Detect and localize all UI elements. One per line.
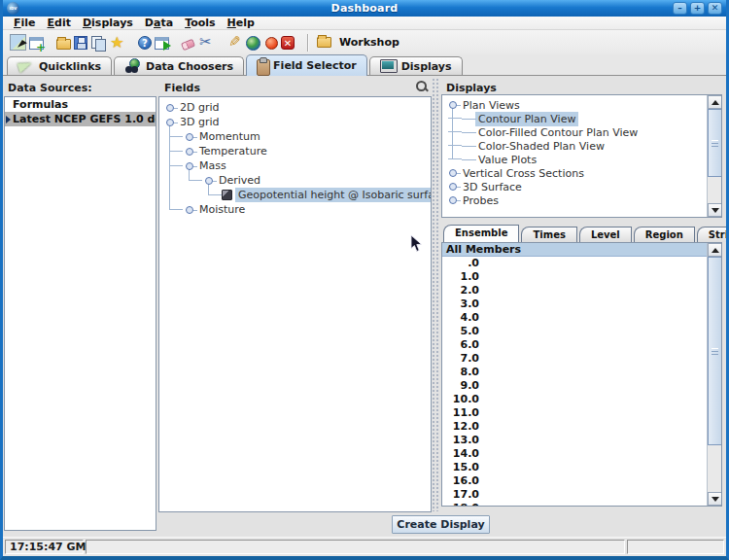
member-row[interactable]: 15.0 bbox=[442, 461, 707, 474]
minimize-button[interactable]: – bbox=[673, 2, 687, 15]
member-row[interactable]: 6.0 bbox=[442, 338, 707, 352]
tree-node-3d-surface[interactable]: 3D Surface bbox=[442, 180, 707, 193]
member-row[interactable]: 7.0 bbox=[442, 352, 707, 366]
data-chooser-icon[interactable] bbox=[155, 37, 169, 50]
tab-quicklinks[interactable]: Quicklinks bbox=[7, 56, 112, 75]
scroll-down-button[interactable] bbox=[708, 492, 722, 506]
tree-collapsed-handle[interactable] bbox=[183, 129, 196, 144]
tree-node-color-shaded-plan-view[interactable]: Color-Shaded Plan View bbox=[442, 139, 707, 153]
scroll-down-button[interactable] bbox=[708, 203, 722, 217]
record-icon[interactable] bbox=[265, 37, 278, 50]
tree-collapsed-handle[interactable] bbox=[446, 193, 460, 207]
menu-edit[interactable]: Edit bbox=[42, 17, 77, 29]
tree-node-2d-grid[interactable]: 2D grid bbox=[159, 100, 431, 115]
member-row[interactable]: 10.0 bbox=[442, 393, 707, 406]
member-row[interactable]: 3.0 bbox=[442, 298, 707, 311]
tree-node-contour-plan-view[interactable]: Contour Plan View bbox=[442, 112, 707, 125]
down-arrow-icon bbox=[712, 497, 719, 502]
favorites-star-icon[interactable]: ★ bbox=[109, 34, 125, 51]
stop-icon[interactable]: ✕ bbox=[281, 36, 295, 50]
tree-node-moisture[interactable]: Moisture bbox=[159, 202, 431, 217]
workshop-item[interactable]: Workshop bbox=[317, 36, 399, 49]
new-display-window-icon[interactable] bbox=[29, 37, 44, 50]
scroll-up-button[interactable] bbox=[708, 243, 722, 257]
member-row[interactable]: 14.0 bbox=[442, 447, 707, 461]
tree-expanded-handle[interactable] bbox=[202, 173, 216, 188]
subtab-times[interactable]: Times bbox=[521, 227, 576, 242]
erase-icon[interactable] bbox=[181, 38, 195, 50]
copy-icon[interactable] bbox=[90, 36, 106, 51]
scroll-up-button[interactable] bbox=[708, 95, 722, 109]
search-icon[interactable] bbox=[416, 81, 429, 93]
subtab-ensemble[interactable]: Ensemble bbox=[443, 225, 519, 242]
member-row[interactable]: 5.0 bbox=[442, 325, 707, 338]
scrollbar-thumb[interactable] bbox=[708, 109, 722, 177]
member-row[interactable]: 11.0 bbox=[442, 406, 707, 420]
cut-icon[interactable]: ✂ bbox=[197, 34, 214, 51]
tree-node-vertical-cross-sections[interactable]: Vertical Cross Sections bbox=[442, 166, 707, 180]
tree-expanded-handle[interactable] bbox=[183, 158, 196, 173]
member-list: All Members.01.02.03.04.05.06.07.08.09.0… bbox=[442, 243, 707, 506]
member-row[interactable]: 18.0 bbox=[442, 502, 707, 506]
member-row[interactable]: 1.0 bbox=[442, 270, 707, 284]
subtab-level[interactable]: Level bbox=[579, 227, 632, 242]
maximize-button[interactable]: + bbox=[690, 2, 705, 15]
menu-help[interactable]: Help bbox=[222, 17, 260, 29]
tree-node-geopotential-height-isobaric-surface[interactable]: Geopotential height @ Isobaric surface bbox=[159, 188, 431, 202]
save-icon[interactable] bbox=[74, 36, 87, 50]
menu-data[interactable]: Data bbox=[139, 17, 179, 29]
all-members-row[interactable]: All Members bbox=[442, 243, 707, 257]
tree-node-plan-views[interactable]: Plan Views bbox=[442, 98, 707, 112]
tree-collapsed-handle[interactable] bbox=[163, 100, 177, 115]
displays-header: Displays bbox=[446, 82, 497, 94]
tree-expanded-handle[interactable] bbox=[446, 98, 460, 112]
tab-field-selector[interactable]: Field Selector bbox=[246, 54, 367, 76]
member-row[interactable]: 17.0 bbox=[442, 488, 707, 502]
tree-node-momentum[interactable]: Momentum bbox=[159, 129, 431, 144]
subtab-region[interactable]: Region bbox=[634, 227, 695, 242]
tab-displays[interactable]: Displays bbox=[369, 56, 463, 75]
member-row[interactable]: 2.0 bbox=[442, 284, 707, 298]
member-list-scrollbar[interactable] bbox=[707, 243, 721, 506]
globe-icon[interactable] bbox=[246, 36, 260, 51]
memory-indicator bbox=[627, 540, 724, 554]
member-row[interactable]: 13.0 bbox=[442, 434, 707, 447]
tree-collapsed-handle[interactable] bbox=[183, 202, 196, 217]
help-icon[interactable]: ? bbox=[138, 36, 152, 50]
tree-node-derived[interactable]: Derived bbox=[159, 173, 431, 188]
titlebar[interactable]: IDV Dashboard – + ✕ bbox=[3, 0, 726, 17]
menu-file[interactable]: File bbox=[8, 17, 42, 29]
tree-node-probes[interactable]: Probes bbox=[442, 193, 707, 207]
member-row[interactable]: 12.0 bbox=[442, 420, 707, 434]
close-button[interactable]: ✕ bbox=[708, 2, 722, 15]
subtab-stride[interactable]: Stride bbox=[697, 227, 729, 242]
show-dashboard-icon[interactable] bbox=[10, 34, 26, 51]
tree-node-mass[interactable]: Mass bbox=[159, 158, 431, 173]
scrollbar-thumb[interactable] bbox=[708, 257, 722, 445]
tree-node-label: Geopotential height @ Isobaric surface bbox=[235, 188, 432, 202]
member-row[interactable]: 4.0 bbox=[442, 311, 707, 325]
panel-splitter[interactable] bbox=[432, 78, 440, 511]
tree-node-temperature[interactable]: Temperature bbox=[159, 144, 431, 158]
edit-pencil-icon[interactable]: ✎ bbox=[226, 34, 243, 51]
member-row[interactable]: .0 bbox=[442, 257, 707, 270]
displays-tree-scrollbar[interactable] bbox=[707, 95, 721, 217]
member-value: 11.0 bbox=[442, 406, 479, 420]
member-row[interactable]: 8.0 bbox=[442, 366, 707, 379]
tree-node-value-plots[interactable]: Value Plots bbox=[442, 153, 707, 166]
tree-collapsed-handle[interactable] bbox=[446, 166, 460, 180]
tree-collapsed-handle[interactable] bbox=[183, 144, 196, 158]
create-display-button[interactable]: Create Display bbox=[392, 515, 490, 534]
member-row[interactable]: 9.0 bbox=[442, 379, 707, 393]
tree-node-color-filled-contour-plan-view[interactable]: Color-Filled Contour Plan View bbox=[442, 125, 707, 139]
open-file-icon[interactable] bbox=[56, 39, 71, 50]
menu-displays[interactable]: Displays bbox=[77, 17, 139, 29]
tree-expanded-handle[interactable] bbox=[163, 115, 177, 129]
menu-tools[interactable]: Tools bbox=[179, 17, 221, 29]
tree-collapsed-handle[interactable] bbox=[446, 180, 460, 193]
data-source-formulas[interactable]: Formulas bbox=[5, 97, 156, 112]
tab-data-choosers[interactable]: Data Choosers bbox=[114, 56, 244, 75]
tree-node-3d-grid[interactable]: 3D grid bbox=[159, 115, 431, 129]
data-source-latest-ncep-gefs-1-0-degree[interactable]: Latest NCEP GEFS 1.0 degree bbox=[5, 112, 156, 126]
member-row[interactable]: 16.0 bbox=[442, 474, 707, 488]
